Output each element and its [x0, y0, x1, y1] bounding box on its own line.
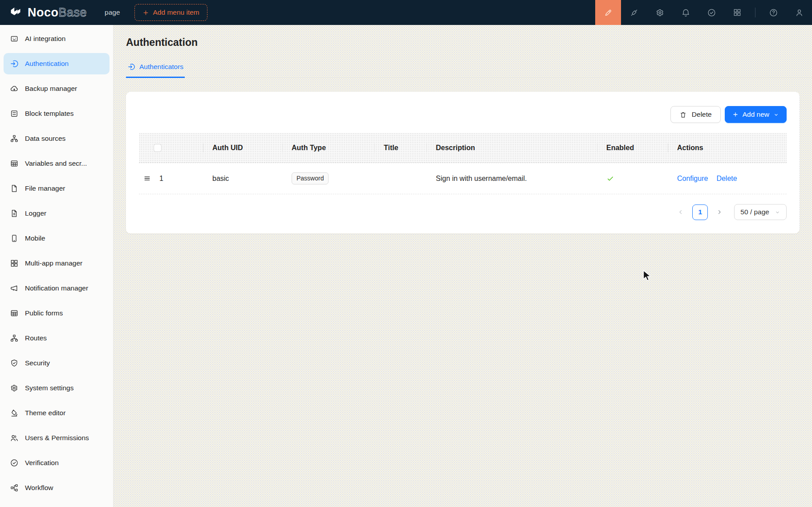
column-header-description: Description — [426, 133, 597, 163]
row-index: 1 — [159, 175, 163, 183]
nav-menu-item-page[interactable]: page — [105, 8, 120, 16]
tab-label: Authenticators — [139, 63, 183, 71]
shield-check-icon — [10, 359, 19, 368]
cell-enabled — [597, 163, 668, 194]
ui-editor-pen-icon[interactable] — [595, 0, 621, 25]
settings-sidebar: AI integration Authentication Backup man… — [0, 25, 114, 507]
sidebar-item-theme-editor[interactable]: Theme editor — [0, 401, 113, 425]
sitemap-icon — [10, 134, 19, 143]
users-icon — [10, 433, 19, 442]
sidebar-item-multi-app-manager[interactable]: Multi-app manager — [0, 251, 113, 276]
tab-authenticators[interactable]: Authenticators — [126, 57, 185, 78]
table-grid-icon — [10, 159, 19, 168]
sidebar-item-label: Logger — [25, 209, 46, 217]
chevron-down-icon — [775, 209, 780, 215]
sidebar-item-variables-and-secrets[interactable]: Variables and secr... — [0, 151, 113, 176]
sidebar-item-mobile[interactable]: Mobile — [0, 226, 113, 251]
select-all-checkbox[interactable] — [154, 144, 162, 152]
sidebar-item-routes[interactable]: Routes — [0, 326, 113, 351]
enabled-check-icon — [606, 175, 614, 183]
sidebar-item-logger[interactable]: Logger — [0, 201, 113, 226]
nocobase-logo-icon — [8, 5, 23, 20]
sidebar-item-notification-manager[interactable]: Notification manager — [0, 276, 113, 301]
chevron-left-icon — [678, 209, 684, 215]
sidebar-item-label: Routes — [25, 334, 47, 342]
sidebar-item-label: Variables and secr... — [25, 159, 87, 168]
help-icon[interactable] — [760, 0, 786, 25]
file-text-icon — [10, 209, 19, 218]
sidebar-item-label: Users & Permissions — [25, 434, 89, 442]
auth-type-tag: Password — [292, 172, 329, 184]
cell-auth-type: Password — [282, 163, 374, 194]
notifications-icon[interactable] — [673, 0, 698, 25]
workspaces-grid-icon[interactable] — [724, 0, 750, 25]
sidebar-item-label: System settings — [25, 384, 73, 392]
main-content: Authentication Authenticators Delete Add… — [114, 25, 812, 507]
configure-link[interactable]: Configure — [677, 175, 708, 183]
table-header-row: Auth UID Auth Type Title Description Ena… — [139, 133, 787, 163]
sidebar-item-backup-manager[interactable]: Backup manager — [0, 76, 113, 101]
login-icon — [127, 63, 135, 71]
login-icon — [10, 59, 19, 68]
nocobase-logo[interactable]: NocoBase — [0, 5, 87, 20]
sidebar-item-label: Public forms — [25, 309, 63, 317]
cell-auth-uid: basic — [203, 163, 282, 194]
list-square-icon — [10, 109, 19, 118]
plus-icon — [142, 9, 149, 16]
page-size-select[interactable]: 50 / page — [734, 204, 787, 220]
trash-icon — [679, 111, 687, 119]
page-title: Authentication — [126, 37, 812, 49]
add-menu-item-button[interactable]: Add menu item — [134, 4, 207, 21]
sidebar-item-file-manager[interactable]: File manager — [0, 176, 113, 201]
sidebar-item-workflow[interactable]: Workflow — [0, 475, 113, 500]
sidebar-item-verification[interactable]: Verification — [0, 450, 113, 475]
sidebar-item-label: Workflow — [25, 484, 53, 492]
plus-icon — [732, 111, 739, 118]
top-navbar: NocoBase page Add menu item — [0, 0, 812, 25]
column-header-auth-type: Auth Type — [282, 133, 374, 163]
sidebar-item-security[interactable]: Security — [0, 351, 113, 376]
paint-icon — [10, 409, 19, 417]
file-icon — [10, 184, 19, 193]
sidebar-item-block-templates[interactable]: Block templates — [0, 101, 113, 126]
next-page-button[interactable] — [712, 204, 727, 220]
page-size-value: 50 / page — [740, 208, 769, 216]
sidebar-item-authentication[interactable]: Authentication — [0, 51, 113, 76]
sidebar-item-label: Backup manager — [25, 85, 77, 93]
check-circle-icon — [10, 458, 19, 467]
table-row: 1 basic Password Sign in with username/e… — [139, 163, 787, 194]
drag-handle-icon[interactable] — [143, 175, 151, 182]
page-number-button[interactable]: 1 — [692, 204, 708, 220]
sidebar-item-label: Notification manager — [25, 284, 88, 292]
tasks-check-icon[interactable] — [698, 0, 724, 25]
table-grid-icon — [10, 309, 19, 318]
sidebar-item-users-permissions[interactable]: Users & Permissions — [0, 425, 113, 450]
sidebar-item-label: Mobile — [25, 234, 45, 242]
sidebar-item-public-forms[interactable]: Public forms — [0, 301, 113, 326]
sidebar-item-label: AI integration — [25, 35, 65, 43]
sidebar-item-label: File manager — [25, 184, 65, 192]
row-delete-link[interactable]: Delete — [716, 175, 737, 183]
brand-name: NocoBase — [28, 6, 87, 20]
brand-light: Base — [59, 6, 87, 19]
add-new-button[interactable]: Add new — [725, 106, 787, 123]
delete-button[interactable]: Delete — [670, 106, 721, 123]
sidebar-item-ai-integration[interactable]: AI integration — [0, 26, 113, 51]
robot-icon — [10, 34, 19, 43]
add-menu-item-label: Add menu item — [153, 8, 199, 16]
sidebar-item-data-sources[interactable]: Data sources — [0, 126, 113, 151]
brand-bold: Noco — [28, 6, 59, 19]
nav-divider — [755, 8, 755, 17]
sidebar-item-system-settings[interactable]: System settings — [0, 376, 113, 401]
user-icon[interactable] — [786, 0, 812, 25]
delete-button-label: Delete — [692, 110, 712, 119]
settings-icon[interactable] — [647, 0, 673, 25]
plugin-manager-icon[interactable] — [621, 0, 647, 25]
tab-bar: Authenticators — [126, 57, 812, 78]
sidebar-item-label: Block templates — [25, 110, 73, 118]
column-header-actions: Actions — [668, 133, 787, 163]
previous-page-button[interactable] — [673, 204, 688, 220]
add-new-button-label: Add new — [743, 110, 769, 119]
megaphone-icon — [10, 284, 19, 293]
cell-description: Sign in with username/email. — [426, 163, 597, 194]
